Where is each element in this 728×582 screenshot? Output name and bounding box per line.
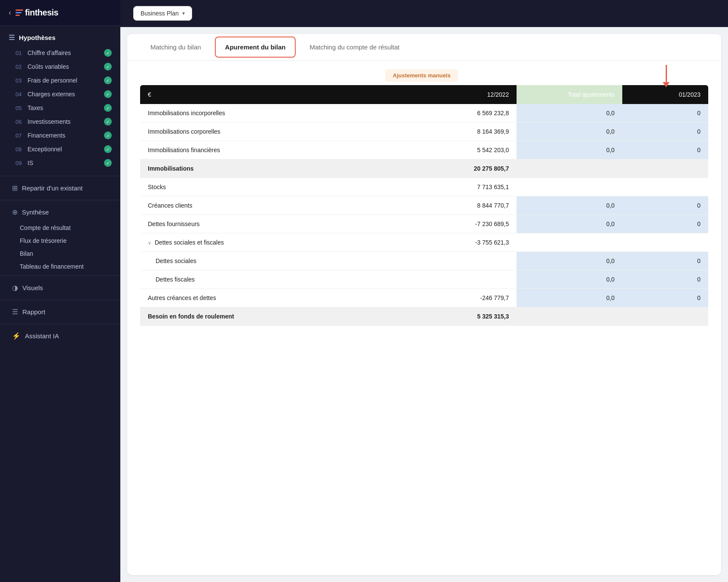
row-val1: 5 325 315,3 bbox=[431, 307, 517, 326]
sidebar-item-taxes[interactable]: 05 Taxes ✓ bbox=[0, 101, 120, 115]
tab-matching-compte[interactable]: Matching du compte de résultat bbox=[299, 36, 410, 58]
divider-4 bbox=[0, 300, 120, 300]
red-arrow-head bbox=[663, 82, 670, 87]
main-content: Business Plan ▾ Matching du bilan Apurem… bbox=[120, 0, 728, 582]
sidebar-item-exceptionnel[interactable]: 08 Exceptionnel ✓ bbox=[0, 142, 120, 156]
row-val1: 8 844 770,7 bbox=[431, 196, 517, 215]
row-val2 bbox=[622, 307, 708, 326]
hypotheses-header[interactable]: ☰ Hypothèses bbox=[0, 29, 120, 46]
dropdown-label: Business Plan bbox=[141, 10, 179, 17]
row-label: Immobilisations corporelles bbox=[140, 123, 431, 141]
sidebar-item-assistant[interactable]: ⚡ Assistant IA bbox=[3, 328, 117, 344]
row-val1: 6 569 232,8 bbox=[431, 104, 517, 123]
compte-resultat-label: Compte de résultat bbox=[20, 224, 70, 231]
sidebar-item-investissements[interactable]: 06 Investissements ✓ bbox=[0, 115, 120, 129]
synthese-icon: ⊕ bbox=[12, 208, 18, 216]
logo-icon bbox=[15, 9, 23, 16]
check-icon-06: ✓ bbox=[104, 118, 112, 126]
item-num-06: 06 bbox=[15, 119, 24, 125]
row-val2 bbox=[622, 159, 708, 178]
row-val2[interactable] bbox=[622, 252, 708, 270]
assistant-label: Assistant IA bbox=[25, 332, 59, 340]
row-label: Immobilisations financières bbox=[140, 141, 431, 159]
check-icon-08: ✓ bbox=[104, 145, 112, 153]
business-plan-dropdown[interactable]: Business Plan ▾ bbox=[133, 6, 192, 21]
sidebar-item-synthese[interactable]: ⊕ Synthèse bbox=[3, 204, 117, 221]
sidebar-item-repartir[interactable]: ⊞ Repartir d'un existant bbox=[3, 180, 117, 196]
sidebar-header: ‹ finthesis bbox=[0, 0, 120, 26]
expand-icon: ∨ bbox=[148, 240, 151, 245]
sidebar-sub-bilan[interactable]: Bilan bbox=[0, 247, 120, 260]
item-num-04: 04 bbox=[15, 91, 24, 98]
hypotheses-label: Hypothèses bbox=[19, 34, 55, 41]
item-label-07: Financements bbox=[28, 132, 65, 139]
row-val1: -246 779,7 bbox=[431, 289, 517, 307]
table-row: Autres créances et dettes -246 779,7 0,0 bbox=[140, 289, 708, 307]
row-label: Dettes fournisseurs bbox=[140, 215, 431, 233]
item-label-01: Chiffre d'affaires bbox=[28, 49, 71, 56]
row-total: 0,0 bbox=[517, 252, 622, 270]
flux-tresorerie-label: Flux de trésorerie bbox=[20, 237, 67, 244]
sidebar-item-rapport[interactable]: ☰ Rapport bbox=[3, 303, 117, 320]
sidebar-item-frais-personnel[interactable]: 03 Frais de personnel ✓ bbox=[0, 74, 120, 87]
visuels-label: Visuels bbox=[22, 284, 43, 291]
row-val2[interactable] bbox=[622, 215, 708, 233]
sidebar-item-charges-externes[interactable]: 04 Charges externes ✓ bbox=[0, 87, 120, 101]
item-num-07: 07 bbox=[15, 132, 24, 139]
tab-matching-bilan[interactable]: Matching du bilan bbox=[140, 36, 211, 58]
sidebar-sub-compte-resultat[interactable]: Compte de résultat bbox=[0, 221, 120, 234]
divider-5 bbox=[0, 324, 120, 324]
row-val2[interactable] bbox=[622, 289, 708, 307]
table-body: Immobilisations incorporelles 6 569 232,… bbox=[140, 104, 708, 326]
row-total bbox=[517, 159, 622, 178]
item-label-06: Investissements bbox=[28, 118, 70, 125]
table-row: Créances clients 8 844 770,7 0,0 bbox=[140, 196, 708, 215]
item-label-02: Coûts variables bbox=[28, 63, 69, 70]
rapport-label: Rapport bbox=[22, 308, 45, 316]
sidebar-sub-flux-tresorerie[interactable]: Flux de trésorerie bbox=[0, 234, 120, 247]
row-val2[interactable] bbox=[622, 196, 708, 215]
row-val2[interactable] bbox=[622, 141, 708, 159]
sidebar-item-financements[interactable]: 07 Financements ✓ bbox=[0, 129, 120, 142]
tab-bar: Matching du bilan Apurement du bilan Mat… bbox=[127, 34, 721, 61]
row-val1: 8 164 369,9 bbox=[431, 123, 517, 141]
bilan-label: Bilan bbox=[20, 250, 33, 257]
sidebar-item-is[interactable]: 09 IS ✓ bbox=[0, 156, 120, 170]
row-val2[interactable] bbox=[622, 270, 708, 289]
sidebar-sub-tableau-financement[interactable]: Tableau de financement bbox=[0, 260, 120, 273]
check-icon-02: ✓ bbox=[104, 63, 112, 70]
check-icon-01: ✓ bbox=[104, 49, 112, 57]
divider-1 bbox=[0, 176, 120, 176]
sidebar-item-visuels[interactable]: ◑ Visuels bbox=[3, 279, 117, 296]
row-val2[interactable] bbox=[622, 123, 708, 141]
synthese-label: Synthèse bbox=[22, 208, 49, 216]
ajustements-header: Ajustements manuels bbox=[140, 69, 708, 83]
item-num-03: 03 bbox=[15, 77, 24, 84]
logo-text: finthesis bbox=[25, 8, 58, 18]
table-row: Immobilisations financières 5 542 203,0 … bbox=[140, 141, 708, 159]
row-val2[interactable] bbox=[622, 104, 708, 123]
item-num-09: 09 bbox=[15, 160, 24, 166]
row-label: Dettes fiscales bbox=[140, 270, 431, 289]
sidebar-item-chiffre-affaires[interactable]: 01 Chiffre d'affaires ✓ bbox=[0, 46, 120, 60]
row-label: Créances clients bbox=[140, 196, 431, 215]
check-icon-09: ✓ bbox=[104, 159, 112, 167]
tableau-financement-label: Tableau de financement bbox=[20, 263, 84, 270]
row-val2 bbox=[622, 233, 708, 252]
check-icon-05: ✓ bbox=[104, 104, 112, 112]
divider-3 bbox=[0, 276, 120, 276]
item-num-01: 01 bbox=[15, 50, 24, 56]
tab-apurement-bilan[interactable]: Apurement du bilan bbox=[215, 37, 296, 58]
check-icon-07: ✓ bbox=[104, 132, 112, 139]
sidebar-item-couts-variables[interactable]: 02 Coûts variables ✓ bbox=[0, 60, 120, 74]
content-panel: Matching du bilan Apurement du bilan Mat… bbox=[127, 34, 721, 575]
check-icon-03: ✓ bbox=[104, 77, 112, 84]
row-val1: 7 713 635,1 bbox=[431, 178, 517, 196]
row-val1: 20 275 805,7 bbox=[431, 159, 517, 178]
repartir-label: Repartir d'un existant bbox=[22, 184, 83, 192]
logo-bar-3 bbox=[15, 15, 20, 16]
row-total: 0,0 bbox=[517, 289, 622, 307]
row-label[interactable]: ∨ Dettes sociales et fiscales bbox=[140, 233, 431, 252]
logo: finthesis bbox=[15, 8, 58, 18]
back-button[interactable]: ‹ bbox=[9, 8, 11, 17]
